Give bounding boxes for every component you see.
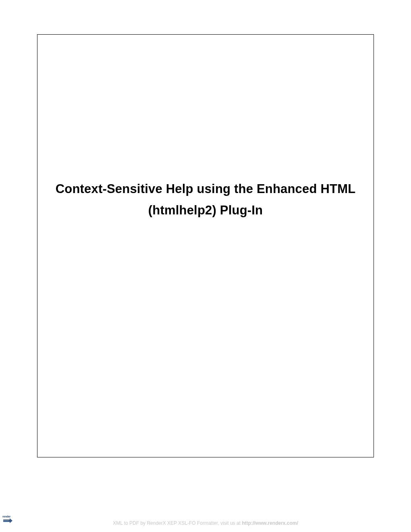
document-title-line1: Context-Sensitive Help using the Enhance… [39, 179, 372, 200]
page-border: Context-Sensitive Help using the Enhance… [37, 34, 374, 457]
document-title-block: Context-Sensitive Help using the Enhance… [37, 179, 374, 221]
footer-text: XML to PDF by RenderX XEP XSL-FO Formatt… [113, 520, 242, 526]
document-title-line2: (htmlhelp2) Plug-In [39, 200, 372, 221]
logo-text: render [2, 515, 15, 518]
page-footer: XML to PDF by RenderX XEP XSL-FO Formatt… [0, 520, 411, 526]
footer-link[interactable]: http://www.renderx.com/ [242, 520, 298, 526]
